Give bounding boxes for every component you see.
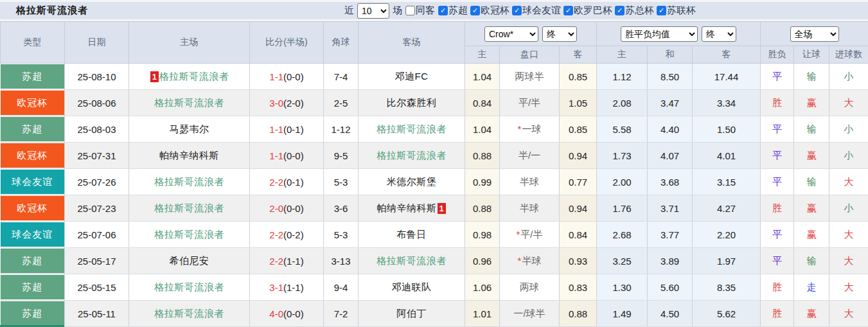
match-type-badge: 球会友谊 <box>1 170 65 194</box>
mean-draw-odds: 3.89 <box>648 248 693 274</box>
table-row: 球会友谊 25-07-06 格拉斯哥流浪者 2-2(0-2) 5-3 布鲁日 0… <box>1 222 868 248</box>
league-filter[interactable]: ✓ 欧罗巴杯 <box>563 4 612 17</box>
table-row: 欧冠杯 25-07-23 格拉斯哥流浪者 2-0(0-0) 3-6 帕纳辛纳科斯… <box>1 195 868 222</box>
home-team-cell: 格拉斯哥流浪者 <box>129 301 250 327</box>
full-score: 2-0 <box>269 203 283 214</box>
half-score: (0-0) <box>283 71 304 82</box>
table-row: 苏超 25-05-11 格拉斯哥流浪者 4-0(0-0) 7-2 阿伯丁 1.0… <box>1 301 868 327</box>
crow-odds-group-header: Crow* 终 <box>465 22 597 46</box>
handicap-star: * <box>516 229 520 240</box>
crow-away-odds: 0.94 <box>560 143 597 169</box>
away-team-cell: 布鲁日 <box>359 222 465 248</box>
match-date: 25-05-11 <box>65 301 129 327</box>
handicap-cell: 一/球半 <box>500 301 560 327</box>
match-date: 25-07-31 <box>65 143 129 169</box>
col-header-type: 类型 <box>1 22 65 64</box>
crow-home-odds: 0.99 <box>465 169 500 195</box>
mean-draw-odds: 3.47 <box>648 90 693 116</box>
wdl-mean-select[interactable]: 胜平负均值 <box>621 26 698 42</box>
league-checkbox[interactable]: ✓ <box>563 6 573 15</box>
match-date: 25-05-15 <box>65 274 129 301</box>
home-team-cell: 格拉斯哥流浪者 <box>129 169 250 195</box>
league-label: 苏联杯 <box>667 4 696 17</box>
league-filter[interactable]: ✓ 苏联杯 <box>657 4 696 17</box>
mean-away-odds: 4.27 <box>693 195 761 222</box>
league-filter[interactable]: ✓ 苏超 <box>438 4 468 17</box>
match-table: 类型 日期 主场 比分(半场) 角球 客场 Crow* 终 胜平负均值 <box>0 21 868 327</box>
crow-away-odds: 0.93 <box>560 248 597 274</box>
league-filter[interactable]: ✓ 欧冠杯 <box>470 4 509 17</box>
away-team-cell: 格拉斯哥流浪者 <box>359 248 465 274</box>
handicap-cell: 半球 <box>500 169 560 195</box>
home-team-cell: 帕纳辛纳科斯 <box>129 143 250 169</box>
mean-home-odds: 1.73 <box>597 143 648 169</box>
mean-home-odds: 1.49 <box>597 301 648 327</box>
table-row: 欧冠杯 25-08-06 格拉斯哥流浪者 3-0(2-0) 2-5 比尔森胜利 … <box>1 90 868 116</box>
match-type-badge: 欧冠杯 <box>1 143 65 168</box>
home-team-name: 希伯尼安 <box>170 255 209 266</box>
odds-source-select[interactable]: Crow* <box>484 26 538 42</box>
scope-select[interactable]: 全场 <box>790 26 839 42</box>
result-handicap: 输 <box>794 169 829 195</box>
home-team-name: 格拉斯哥流浪者 <box>154 229 224 240</box>
away-team-cell: 帕纳辛纳科斯1 <box>359 195 465 222</box>
handicap-text: 半球 <box>522 255 541 266</box>
league-checkbox[interactable]: ✓ <box>657 6 666 15</box>
result-handicap: 走 <box>794 274 829 301</box>
league-filter[interactable]: ✓ 苏总杯 <box>615 4 654 17</box>
recent-count-select[interactable]: 10 <box>357 3 389 19</box>
handicap-text: 一/球半 <box>513 308 545 319</box>
league-checkbox[interactable]: ✓ <box>512 6 522 15</box>
league-checkbox[interactable]: ✓ <box>470 6 480 15</box>
page-title: 格拉斯哥流浪者 <box>16 4 88 17</box>
handicap-star: * <box>518 255 522 266</box>
away-team-cell: 邓迪联队 <box>359 274 465 301</box>
mean-away-odds: 4.01 <box>693 143 761 169</box>
league-checkbox[interactable]: ✓ <box>438 6 448 15</box>
handicap-cell: 半球 <box>500 195 560 222</box>
result-handicap: 赢 <box>794 90 829 116</box>
result-goals: 大 <box>829 169 868 195</box>
mean-home-odds: 1.30 <box>597 274 648 301</box>
away-team-cell: 米德尔斯堡 <box>359 169 465 195</box>
table-row: 球会友谊 25-07-26 格拉斯哥流浪者 2-2(0-1) 5-3 米德尔斯堡… <box>1 169 868 195</box>
home-team-name: 帕纳辛纳科斯 <box>159 150 219 161</box>
table-row: 欧冠杯 25-07-31 帕纳辛纳科斯 1-1(0-0) 9-5 格拉斯哥流浪者… <box>1 143 868 169</box>
score-cell: 3-1(1-1) <box>250 274 324 301</box>
league-filter[interactable]: ✓ 球会友谊 <box>512 4 561 17</box>
handicap-cell: *半球 <box>500 248 560 274</box>
crow-home-odds: 1.06 <box>465 274 500 301</box>
mean-draw-odds: 4.50 <box>648 301 693 327</box>
odds-final-select[interactable]: 终 <box>542 26 577 42</box>
mean-home-odds: 3.25 <box>597 248 648 274</box>
result-goals: 大 <box>829 222 868 248</box>
crow-home-odds: 1.01 <box>465 301 500 327</box>
mean-away-odds: 17.44 <box>693 64 761 90</box>
half-score: (0-2) <box>283 229 304 240</box>
crow-home-odds: 1.04 <box>465 64 500 90</box>
mean-home-odds: 1.12 <box>597 64 648 90</box>
result-handicap: 输 <box>794 64 829 90</box>
half-score: (0-0) <box>283 203 304 214</box>
sub-header-crow-home: 主 <box>465 46 500 64</box>
league-checkbox[interactable]: ✓ <box>615 6 624 15</box>
match-type-badge: 欧冠杯 <box>1 91 65 115</box>
mean-away-odds: 3.15 <box>693 169 761 195</box>
same-away-filter[interactable]: 同客 <box>405 4 435 17</box>
match-type-cell: 苏超 <box>1 64 65 90</box>
league-label: 苏超 <box>448 4 468 17</box>
mean-draw-odds: 5.60 <box>648 274 693 301</box>
crow-away-odds: 0.94 <box>560 195 597 222</box>
match-type-badge: 苏超 <box>1 249 65 273</box>
wdl-final-select[interactable]: 终 <box>702 26 736 42</box>
half-score: (0-0) <box>283 308 304 319</box>
same-away-checkbox[interactable] <box>405 6 415 15</box>
score-cell: 2-0(0-0) <box>250 195 324 222</box>
mean-away-odds: 5.62 <box>693 301 761 327</box>
away-team-cell: 格拉斯哥流浪者 <box>359 143 465 169</box>
match-date: 25-07-26 <box>65 169 129 195</box>
home-team-cell: 马瑟韦尔 <box>129 116 250 143</box>
corner-score: 7-4 <box>324 64 359 90</box>
handicap-text: 一球 <box>522 123 541 134</box>
corner-score: 1-12 <box>324 116 359 143</box>
